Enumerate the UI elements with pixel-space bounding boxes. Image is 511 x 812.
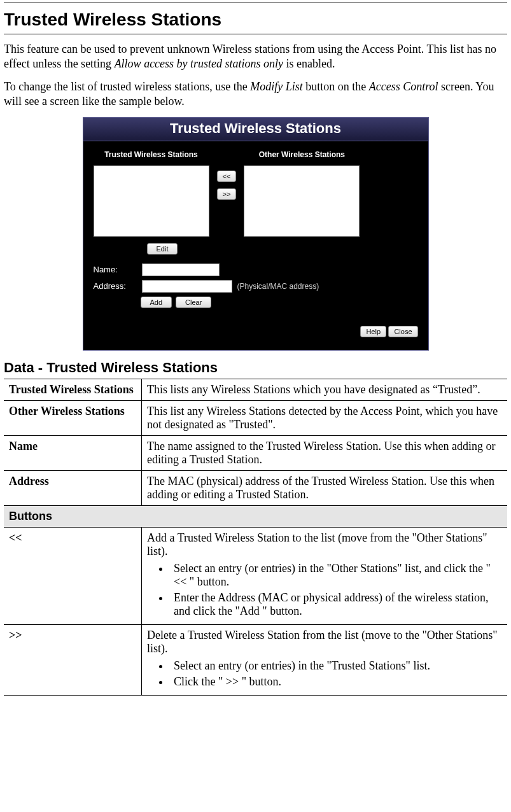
embed-title: Trusted Wireless Stations [83,118,428,141]
address-hint: (Physical/MAC address) [237,282,319,291]
section-header: Buttons [4,505,507,527]
cell-val: The name assigned to the Trusted Wireles… [142,435,508,470]
cell-key: Address [4,470,142,505]
cell-key: >> [4,624,142,695]
cell-val: This list any Wireless Stations detected… [142,400,508,435]
list-item: Select an entry (or entries) in the "Oth… [170,562,502,589]
trusted-list-label: Trusted Wireless Stations [94,150,209,159]
name-label: Name: [94,265,137,274]
add-button[interactable]: Add [141,297,172,308]
page-title: Trusted Wireless Stations [4,10,507,30]
table-row: Address The MAC (physical) address of th… [4,470,507,505]
help-button[interactable]: Help [360,326,386,337]
text-italic: Modify List [250,80,303,93]
cell-val: Delete a Trusted Wireless Station from t… [142,624,508,695]
text: To change the list of trusted wireless s… [4,80,250,93]
table-row: << Add a Trusted Wireless Station to the… [4,527,507,624]
move-left-button[interactable]: << [217,171,237,182]
list-item: Enter the Address (MAC or physical addre… [170,591,502,618]
data-section-heading: Data - Trusted Wireless Stations [4,360,507,376]
table-row: Other Wireless Stations This list any Wi… [4,400,507,435]
cell-key: << [4,527,142,624]
cell-val: The MAC (physical) address of the Truste… [142,470,508,505]
data-table: Trusted Wireless Stations This lists any… [4,379,507,696]
cell-val: Add a Trusted Wireless Station to the li… [142,527,508,624]
name-input[interactable] [142,263,220,276]
address-input[interactable] [142,280,232,293]
intro-paragraph-1: This feature can be used to prevent unkn… [4,42,507,72]
close-button[interactable]: Close [388,326,417,337]
cell-key: Trusted Wireless Stations [4,379,142,400]
other-list-label: Other Wireless Stations [244,150,360,159]
table-row: >> Delete a Trusted Wireless Station fro… [4,624,507,695]
text: is enabled. [283,57,335,70]
cell-val: This lists any Wireless Stations which y… [142,379,508,400]
text: button on the [303,80,369,93]
table-section-row: Buttons [4,505,507,527]
move-right-button[interactable]: >> [217,188,237,200]
cell-key: Name [4,435,142,470]
table-row: Name The name assigned to the Trusted Wi… [4,435,507,470]
list-item: Click the " >> " button. [170,675,502,689]
text-italic: Allow access by trusted stations only [115,57,283,70]
list-item: Select an entry (or entries) in the "Tru… [170,659,502,673]
cell-lead: Delete a Trusted Wireless Station from t… [147,629,502,655]
table-row: Trusted Wireless Stations This lists any… [4,379,507,400]
other-stations-listbox[interactable] [244,165,360,237]
text-italic: Access Control [369,80,438,93]
edit-button[interactable]: Edit [147,243,178,255]
intro-paragraph-2: To change the list of trusted wireless s… [4,80,507,109]
embedded-screenshot: Trusted Wireless Stations Trusted Wirele… [83,117,429,351]
cell-key: Other Wireless Stations [4,400,142,435]
address-label: Address: [94,281,137,291]
cell-lead: Add a Trusted Wireless Station to the li… [147,531,502,558]
clear-button[interactable]: Clear [176,297,211,308]
trusted-stations-listbox[interactable] [94,165,209,237]
